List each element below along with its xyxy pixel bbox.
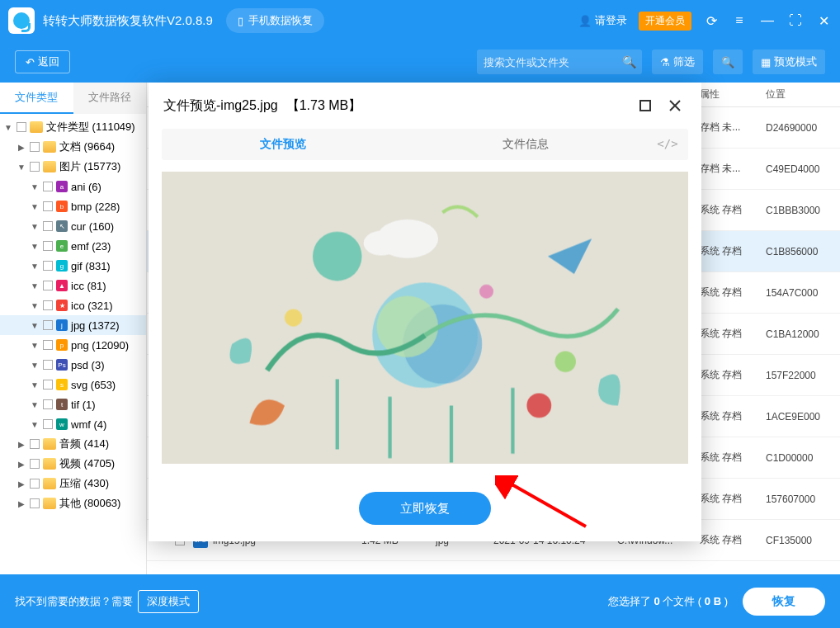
login-link[interactable]: 👤 请登录 [578, 13, 627, 28]
tree-png[interactable]: ▼ppng (12090) [0, 335, 146, 355]
grid-icon: ▦ [761, 56, 771, 68]
preview-mode-button[interactable]: ▦ 预览模式 [753, 50, 825, 74]
login-label: 请登录 [595, 13, 627, 28]
search-box[interactable]: 🔍 [477, 50, 642, 74]
selection-info: 您选择了 0 个文件 ( 0 B ) [608, 594, 728, 609]
recover-button[interactable]: 恢复 [743, 588, 825, 616]
modal-title-prefix: 文件预览- [163, 97, 220, 115]
col-pos[interactable]: 位置 [766, 87, 840, 102]
title-bar: 转转大师数据恢复软件V2.0.8.9 ▯ 手机数据恢复 👤 请登录 开通会员 ⟳… [0, 0, 840, 41]
modal-maximize-icon[interactable] [634, 94, 657, 117]
close-icon[interactable]: ✕ [815, 12, 832, 29]
tree-pic[interactable]: ▼图片 (15773) [0, 157, 146, 177]
tree-bmp[interactable]: ▼bbmp (228) [0, 196, 146, 216]
col-attr[interactable]: 属性 [700, 87, 766, 102]
search-tool-button[interactable]: 🔍 [713, 50, 743, 74]
modal-tabs: 文件预览 文件信息 </> [162, 129, 688, 160]
modal-header: 文件预览- img25.jpg 【1.73 MB】 [149, 83, 701, 129]
tree-gif[interactable]: ▼ggif (831) [0, 256, 146, 276]
back-arrow-icon: ↶ [26, 56, 35, 68]
filter-button[interactable]: ⚗ 筛选 [652, 50, 703, 74]
modal-tab-code[interactable]: </> [647, 129, 688, 160]
tree-tif[interactable]: ▼ttif (1) [0, 394, 146, 414]
restore-now-button[interactable]: 立即恢复 [359, 492, 491, 525]
app-logo [8, 7, 35, 34]
tree-other[interactable]: ▶其他 (80063) [0, 493, 146, 513]
menu-icon[interactable]: ≡ [731, 12, 748, 29]
preview-mode-label: 预览模式 [774, 54, 817, 69]
tree-ico[interactable]: ▼★ico (321) [0, 295, 146, 315]
file-tree: ▼文件类型 (111049) ▶文档 (9664) ▼图片 (15773) ▼a… [0, 114, 146, 517]
modal-close-icon[interactable] [663, 94, 687, 117]
user-icon: 👤 [578, 15, 592, 27]
modal-tab-preview[interactable]: 文件预览 [162, 129, 404, 160]
tree-doc[interactable]: ▶文档 (9664) [0, 137, 146, 157]
tree-root[interactable]: ▼文件类型 (111049) [0, 117, 146, 137]
magnify-icon: 🔍 [721, 56, 734, 68]
phone-recovery-button[interactable]: ▯ 手机数据恢复 [226, 8, 324, 33]
minimize-icon[interactable]: — [759, 12, 776, 29]
tree-video[interactable]: ▶视频 (4705) [0, 454, 146, 474]
tree-jpg[interactable]: ▼jjpg (1372) [0, 315, 146, 335]
modal-filename: img25.jpg [220, 98, 277, 113]
search-input[interactable] [484, 56, 622, 68]
tree-ani[interactable]: ▼aani (6) [0, 177, 146, 196]
phone-icon: ▯ [238, 15, 243, 27]
svg-point-11 [285, 309, 302, 326]
tree-emf[interactable]: ▼eemf (23) [0, 236, 146, 256]
svg-point-10 [526, 393, 551, 418]
app-title: 转转大师数据恢复软件V2.0.8.9 [43, 13, 213, 29]
search-icon[interactable]: 🔍 [622, 55, 636, 68]
filter-icon: ⚗ [660, 56, 670, 68]
footer-hint: 找不到需要的数据？需要 [15, 594, 133, 609]
tab-file-type[interactable]: 文件类型 [0, 83, 73, 114]
tree-icc[interactable]: ▼▲icc (81) [0, 276, 146, 295]
vip-button[interactable]: 开通会员 [639, 12, 691, 31]
svg-line-14 [507, 482, 586, 526]
back-label: 返回 [38, 54, 59, 69]
deep-mode-button[interactable]: 深度模式 [138, 590, 199, 613]
svg-point-7 [313, 232, 362, 281]
footer: 找不到需要的数据？需要 深度模式 您选择了 0 个文件 ( 0 B ) 恢复 [0, 574, 840, 628]
modal-tab-info[interactable]: 文件信息 [404, 129, 647, 160]
red-arrow-annotation [495, 475, 594, 533]
modal-filesize: 【1.73 MB】 [286, 97, 362, 115]
tree-audio[interactable]: ▶音频 (414) [0, 434, 146, 454]
tree-zip[interactable]: ▶压缩 (430) [0, 474, 146, 493]
phone-btn-label: 手机数据恢复 [248, 13, 313, 28]
tree-psd[interactable]: ▼Pspsd (3) [0, 355, 146, 375]
back-button[interactable]: ↶ 返回 [15, 50, 70, 73]
svg-point-9 [364, 231, 399, 256]
preview-artwork [162, 172, 688, 464]
fullscreen-icon[interactable]: ⛶ [787, 12, 804, 29]
preview-modal: 文件预览- img25.jpg 【1.73 MB】 文件预览 文件信息 </> [149, 83, 701, 541]
tree-wmf[interactable]: ▼wwmf (4) [0, 414, 146, 434]
tree-svg[interactable]: ▼ssvg (653) [0, 375, 146, 394]
filter-label: 筛选 [673, 54, 695, 69]
tree-cur[interactable]: ▼↖cur (160) [0, 216, 146, 236]
sidebar: 文件类型 文件路径 ▼文件类型 (111049) ▶文档 (9664) ▼图片 … [0, 83, 147, 574]
svg-rect-0 [640, 101, 650, 111]
refresh-icon[interactable]: ⟳ [703, 12, 720, 29]
tab-file-path[interactable]: 文件路径 [73, 83, 147, 114]
toolbar: ↶ 返回 🔍 ⚗ 筛选 🔍 ▦ 预览模式 [0, 41, 840, 83]
svg-point-13 [554, 351, 576, 372]
svg-point-12 [479, 285, 493, 299]
preview-image-area [162, 172, 688, 464]
